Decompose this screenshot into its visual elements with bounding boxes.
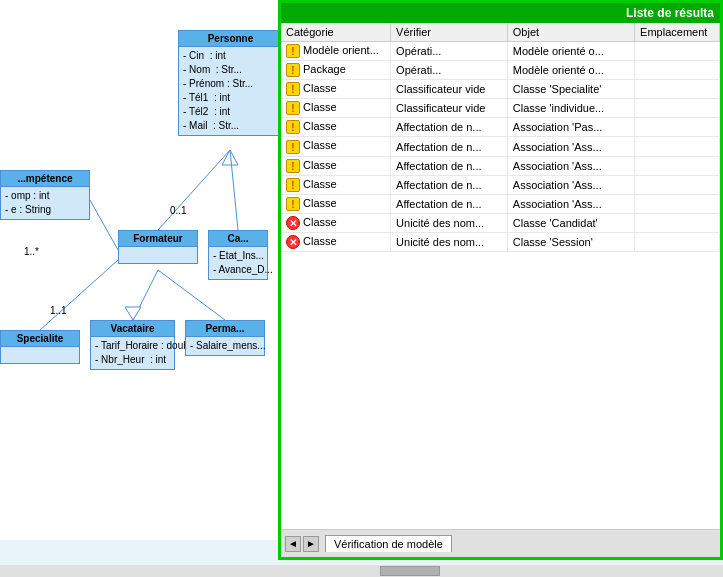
categorie-text: Modèle orient...	[303, 44, 379, 56]
label-zero-one: 0..1	[170, 205, 187, 216]
table-row[interactable]: !Classe Affectation de n... Association …	[281, 175, 720, 194]
class-vacataire-body: - Tarif_Horaire : double - Nbr_Heur : in…	[91, 337, 174, 369]
class-vacataire-title: Vacataire	[91, 321, 174, 337]
tab-verification[interactable]: Vérification de modèle	[325, 535, 452, 552]
categorie-text: Classe	[303, 101, 337, 113]
class-permanente-body: - Salaire_mens...	[186, 337, 264, 355]
table-row[interactable]: !Package Opérati... Modèle orienté o...	[281, 61, 720, 80]
cell-emplacement	[635, 194, 720, 213]
table-row[interactable]: !Classe Affectation de n... Association …	[281, 194, 720, 213]
col-emplacement: Emplacement	[635, 23, 720, 42]
class-personne-row: - Cin : int	[183, 49, 278, 63]
cell-emplacement	[635, 213, 720, 232]
cell-categorie: ✕Classe	[281, 213, 391, 232]
cell-objet: Association 'Ass...	[507, 156, 634, 175]
cell-verifier: Affectation de n...	[391, 175, 508, 194]
categorie-text: Package	[303, 63, 346, 75]
table-row[interactable]: ✕Classe Unicité des nom... Classe 'Candi…	[281, 213, 720, 232]
class-permanente-row: - Salaire_mens...	[190, 339, 260, 353]
table-header-row: Catégorie Vérifier Objet Emplacement	[281, 23, 720, 42]
cell-verifier: Classificateur vide	[391, 99, 508, 118]
class-ca: Ca... - Etat_Ins... - Avance_D...	[208, 230, 268, 280]
class-vacataire-row: - Nbr_Heur : int	[95, 353, 170, 367]
diagram-area: Personne - Cin : int - Nom : Str... - Pr…	[0, 0, 280, 540]
col-verifier: Vérifier	[391, 23, 508, 42]
class-vacataire: Vacataire - Tarif_Horaire : double - Nbr…	[90, 320, 175, 370]
cell-objet: Association 'Pas...	[507, 118, 634, 137]
table-row[interactable]: !Classe Classificateur vide Classe 'Spec…	[281, 80, 720, 99]
warning-icon: !	[286, 178, 300, 192]
warning-icon: !	[286, 140, 300, 154]
cell-categorie: !Classe	[281, 156, 391, 175]
svg-line-0	[158, 150, 230, 230]
results-footer: ◄ ► Vérification de modèle	[281, 529, 720, 557]
class-personne-title: Personne	[179, 31, 280, 47]
class-ca-body: - Etat_Ins... - Avance_D...	[209, 247, 267, 279]
cell-verifier: Classificateur vide	[391, 80, 508, 99]
warning-icon: !	[286, 82, 300, 96]
scroll-right-button[interactable]: ►	[303, 536, 319, 552]
cell-verifier: Affectation de n...	[391, 118, 508, 137]
cell-objet: Modèle orienté o...	[507, 61, 634, 80]
cell-objet: Classe 'Specialite'	[507, 80, 634, 99]
main-container: Personne - Cin : int - Nom : Str... - Pr…	[0, 0, 723, 577]
cell-objet: Association 'Ass...	[507, 194, 634, 213]
cell-emplacement	[635, 99, 720, 118]
table-row[interactable]: !Classe Classificateur vide Classe 'indi…	[281, 99, 720, 118]
class-competence-title: ...mpétence	[1, 171, 89, 187]
svg-line-6	[90, 200, 118, 250]
scroll-left-button[interactable]: ◄	[285, 536, 301, 552]
cell-categorie: !Classe	[281, 194, 391, 213]
label-one-star: 1..*	[24, 246, 39, 257]
class-personne-body: - Cin : int - Nom : Str... - Prénom : St…	[179, 47, 280, 135]
results-table: Catégorie Vérifier Objet Emplacement !Mo…	[281, 23, 720, 529]
cell-objet: Association 'Ass...	[507, 137, 634, 156]
class-personne-row: - Tél1 : int	[183, 91, 278, 105]
error-icon: ✕	[286, 216, 300, 230]
cell-verifier: Unicité des nom...	[391, 232, 508, 251]
table-row[interactable]: !Classe Affectation de n... Association …	[281, 156, 720, 175]
cell-emplacement	[635, 42, 720, 61]
cell-verifier: Affectation de n...	[391, 194, 508, 213]
table-row[interactable]: !Classe Affectation de n... Association …	[281, 137, 720, 156]
class-competence-row: - omp : int	[5, 189, 85, 203]
class-formateur: Formateur	[118, 230, 198, 264]
warning-icon: !	[286, 101, 300, 115]
svg-marker-1	[222, 150, 238, 165]
cell-objet: Classe 'Candidat'	[507, 213, 634, 232]
table-row[interactable]: !Classe Affectation de n... Association …	[281, 118, 720, 137]
results-data-table: Catégorie Vérifier Objet Emplacement !Mo…	[281, 23, 720, 252]
table-row[interactable]: ✕Classe Unicité des nom... Classe 'Sessi…	[281, 232, 720, 251]
scrollbar-thumb[interactable]	[380, 566, 440, 576]
class-specialite-title: Specialite	[1, 331, 79, 347]
warning-icon: !	[286, 120, 300, 134]
class-ca-row: - Etat_Ins...	[213, 249, 263, 263]
class-personne: Personne - Cin : int - Nom : Str... - Pr…	[178, 30, 280, 136]
cell-verifier: Affectation de n...	[391, 156, 508, 175]
cell-categorie: !Classe	[281, 137, 391, 156]
categorie-text: Classe	[303, 235, 337, 247]
cell-verifier: Unicité des nom...	[391, 213, 508, 232]
cell-verifier: Opérati...	[391, 42, 508, 61]
cell-emplacement	[635, 80, 720, 99]
cell-categorie: !Classe	[281, 118, 391, 137]
categorie-text: Classe	[303, 216, 337, 228]
cell-categorie: ✕Classe	[281, 232, 391, 251]
cell-objet: Association 'Ass...	[507, 175, 634, 194]
table-row[interactable]: !Modèle orient... Opérati... Modèle orie…	[281, 42, 720, 61]
cell-emplacement	[635, 118, 720, 137]
cell-emplacement	[635, 232, 720, 251]
label-one-one: 1..1	[50, 305, 67, 316]
cell-verifier: Affectation de n...	[391, 137, 508, 156]
cell-objet: Modèle orienté o...	[507, 42, 634, 61]
categorie-text: Classe	[303, 120, 337, 132]
categorie-text: Classe	[303, 82, 337, 94]
horizontal-scrollbar[interactable]	[0, 565, 723, 577]
svg-line-2	[230, 150, 238, 230]
class-formateur-title: Formateur	[119, 231, 197, 247]
class-ca-title: Ca...	[209, 231, 267, 247]
class-formateur-body	[119, 247, 197, 263]
cell-verifier: Opérati...	[391, 61, 508, 80]
col-objet: Objet	[507, 23, 634, 42]
categorie-text: Classe	[303, 197, 337, 209]
